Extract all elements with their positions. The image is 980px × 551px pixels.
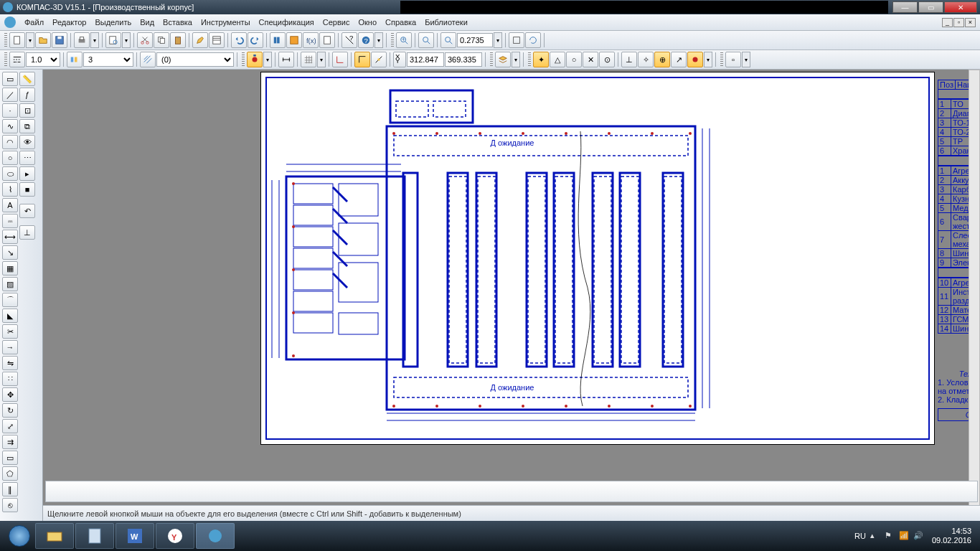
menu-edit[interactable]: Редактор (48, 17, 90, 28)
osnap-ext-button[interactable]: ↗ (671, 52, 687, 67)
ortho-button[interactable] (354, 52, 370, 67)
extra-button[interactable]: ▫ (725, 52, 741, 67)
menu-window[interactable]: Окно (354, 17, 381, 28)
menu-spec[interactable]: Спецификация (255, 17, 319, 28)
polyline-tool[interactable]: ⌇ (2, 182, 18, 197)
table-tool[interactable]: ▦ (2, 261, 18, 276)
task-explorer[interactable] (35, 523, 74, 549)
osnap-dropdown[interactable]: ▾ (704, 52, 712, 67)
break-tool[interactable]: ⎋ (2, 498, 18, 512)
task-word[interactable]: W (116, 523, 154, 549)
circle-tool[interactable]: ○ (2, 151, 18, 165)
rect-tool[interactable]: ▭ (2, 451, 18, 465)
start-button[interactable] (4, 521, 34, 551)
coord-mode-button[interactable]: XY (393, 52, 406, 67)
open-button[interactable] (35, 32, 51, 48)
dimension-button[interactable] (278, 52, 294, 67)
redraw-button[interactable] (525, 32, 541, 48)
round-button[interactable] (371, 52, 387, 67)
annot-tool[interactable]: ⎓ (2, 214, 18, 228)
linetype-button[interactable] (9, 52, 25, 67)
osnap-int-button[interactable]: ✕ (583, 52, 598, 67)
ellipse-tool[interactable]: ⬭ (2, 166, 18, 181)
undo-button[interactable] (231, 32, 247, 48)
grip[interactable] (528, 52, 531, 67)
whatsthis-button[interactable]: ? (341, 32, 357, 48)
equid-tool[interactable]: ‖ (2, 482, 18, 496)
layers-button[interactable] (495, 52, 511, 67)
cut-button[interactable] (137, 32, 153, 48)
paste-button[interactable] (170, 32, 186, 48)
copy-button[interactable] (154, 32, 169, 48)
save-button[interactable] (52, 32, 67, 48)
osnap-center-button[interactable]: ○ (566, 52, 582, 67)
maximize-button[interactable]: ▭ (918, 1, 943, 13)
line-tool[interactable]: ／ (2, 88, 18, 102)
pan-button[interactable] (509, 32, 524, 48)
layer-select[interactable]: 3 (83, 52, 133, 67)
print-dropdown[interactable]: ▾ (90, 32, 99, 48)
offset-tool[interactable]: ⇉ (2, 435, 18, 449)
grid-dropdown[interactable]: ▾ (317, 52, 326, 67)
clock[interactable]: 14:53 09.02.2016 (928, 527, 976, 545)
spline-tool[interactable]: ∿ (2, 119, 18, 133)
coord-x-input[interactable] (407, 52, 444, 67)
grip[interactable] (720, 52, 723, 67)
snap-toggle[interactable] (247, 52, 263, 67)
linestyle-button[interactable] (67, 52, 83, 67)
network-icon[interactable]: 📶 (899, 531, 909, 541)
fillet-tool[interactable]: ⌒ (2, 293, 18, 307)
osnap-end-button[interactable]: ✦ (533, 52, 549, 67)
trim-tool[interactable]: ✂ (2, 324, 18, 339)
view-tool[interactable]: 👁 (19, 135, 35, 149)
osnap-perp-button[interactable]: ⊥ (621, 52, 637, 67)
vscrollbar[interactable] (969, 70, 980, 509)
flag-icon[interactable]: ⚑ (885, 531, 895, 541)
osnap-grid-button[interactable] (687, 52, 703, 67)
measure-tool[interactable]: 📏 (19, 72, 35, 86)
zoom-dropdown[interactable]: ▾ (494, 32, 502, 48)
grid-button[interactable] (301, 52, 316, 67)
drawing-canvas[interactable]: Д ожидание Д ожидание ПозНаименованиеКол… (45, 72, 969, 519)
library-manager-button[interactable] (270, 32, 286, 48)
rotate-tool[interactable]: ↻ (2, 403, 18, 418)
properties-button[interactable] (209, 32, 225, 48)
ortho2-tool[interactable]: ⊥ (19, 225, 35, 240)
help-dropdown[interactable]: ▾ (374, 32, 383, 48)
osnap-mid-button[interactable]: △ (550, 52, 565, 67)
select-tool[interactable]: ▭ (2, 72, 18, 86)
macro-tool[interactable]: ▸ (19, 166, 35, 181)
lang-indicator[interactable]: RU (854, 532, 866, 540)
undo2-tool[interactable]: ↶ (19, 204, 35, 218)
chamfer-tool[interactable]: ◣ (2, 309, 18, 323)
menu-help[interactable]: Справка (381, 17, 420, 28)
extend-tool[interactable]: → (2, 340, 18, 354)
menu-libs[interactable]: Библиотеки (420, 17, 472, 28)
new-dropdown[interactable]: ▾ (26, 32, 34, 48)
grip[interactable] (391, 33, 394, 47)
report-button[interactable] (319, 32, 335, 48)
snap-dropdown[interactable]: ▾ (263, 52, 272, 67)
preview-button[interactable] (105, 32, 121, 48)
scale-tool[interactable]: ⤢ (2, 419, 18, 433)
arc-tool[interactable]: ◠ (2, 135, 18, 149)
dim-tool[interactable]: ⟷ (2, 230, 18, 244)
hatch2-tool[interactable]: ▨ (2, 277, 18, 291)
new-button[interactable] (9, 32, 25, 48)
grip[interactable] (242, 52, 245, 67)
mdi-restore[interactable]: ▫ (953, 18, 964, 27)
hatch-button[interactable] (140, 52, 156, 67)
zoom-window-button[interactable]: + (396, 32, 412, 48)
task-calc[interactable] (75, 523, 114, 549)
menu-insert[interactable]: Вставка (159, 17, 197, 28)
format-painter-button[interactable] (192, 32, 208, 48)
extra-dropdown[interactable]: ▾ (742, 52, 750, 67)
task-kompas[interactable] (196, 523, 235, 549)
zoom-scale-button[interactable] (440, 32, 456, 48)
aux-tool[interactable]: ⋯ (19, 151, 35, 165)
mirror-tool[interactable]: ⇋ (2, 356, 18, 370)
osnap-tan-button[interactable]: ⊙ (599, 52, 615, 67)
osnap-node-button[interactable]: ⊕ (654, 52, 670, 67)
polygon-tool[interactable]: ⬠ (2, 466, 18, 481)
grip[interactable] (4, 33, 7, 47)
